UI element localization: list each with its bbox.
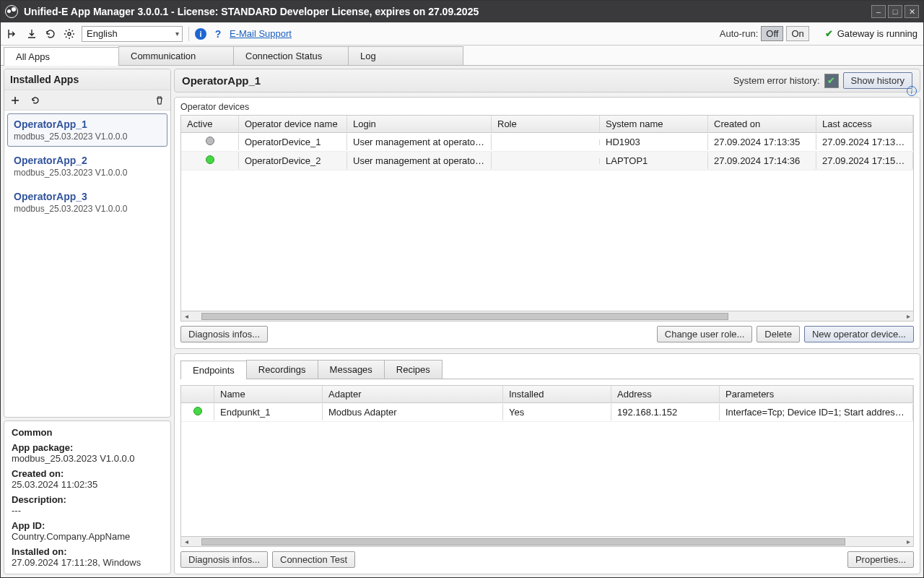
diagnosis-infos-button[interactable]: Diagnosis infos... bbox=[180, 326, 268, 342]
col-role[interactable]: Role bbox=[492, 116, 600, 132]
app-name: OperatorApp_2 bbox=[14, 155, 161, 166]
main-header: OperatorApp_1 System error history: ✔ Sh… bbox=[174, 69, 920, 92]
app-card[interactable]: OperatorApp_3 modbus_25.03.2023 V1.0.0.0 bbox=[7, 186, 167, 219]
status-dot-icon bbox=[206, 137, 214, 145]
table-row[interactable]: OperatorDevice_2 User management at oper… bbox=[181, 152, 913, 171]
common-heading: Common bbox=[12, 427, 163, 438]
col-device-name[interactable]: Operator device name bbox=[239, 116, 347, 132]
endpoint-diagnosis-button[interactable]: Diagnosis infos... bbox=[180, 551, 268, 568]
cell: 27.09.2024 17:13:35 bbox=[708, 134, 816, 150]
cell: 27.09.2024 17:13:35 bbox=[816, 134, 913, 150]
col-created[interactable]: Created on bbox=[708, 116, 816, 132]
check-icon: ✔ bbox=[825, 28, 833, 39]
autorun-off-button[interactable]: Off bbox=[761, 26, 783, 41]
gateway-status-text: Gateway is running bbox=[837, 28, 918, 39]
help-icon[interactable]: ? bbox=[212, 28, 224, 40]
value-app-id: Country.Company.AppName bbox=[12, 531, 163, 542]
subtab-recipes[interactable]: Recipes bbox=[384, 360, 443, 379]
connection-test-button[interactable]: Connection Test bbox=[272, 551, 355, 568]
app-card[interactable]: OperatorApp_1 modbus_25.03.2023 V1.0.0.0 bbox=[7, 113, 167, 147]
table-row[interactable]: Endpunkt_1 Modbus Adapter Yes 192.168.1.… bbox=[181, 403, 913, 422]
col-address[interactable]: Address bbox=[611, 386, 720, 402]
sub-tabstrip: Endpoints Recordings Messages Recipes bbox=[180, 360, 914, 379]
export-icon[interactable] bbox=[6, 27, 19, 40]
gear-icon[interactable] bbox=[63, 27, 76, 40]
cell: Modbus Adapter bbox=[323, 404, 503, 420]
info-icon[interactable]: i bbox=[195, 28, 206, 40]
app-sub: modbus_25.03.2023 V1.0.0.0 bbox=[14, 168, 161, 178]
cell: Interface=Tcp; Device ID=1; Start addres… bbox=[720, 404, 913, 420]
cell: Yes bbox=[503, 404, 611, 420]
col-login[interactable]: Login bbox=[347, 116, 492, 132]
installed-apps-heading: Installed Apps bbox=[4, 69, 170, 90]
horizontal-scrollbar[interactable]: ◂▸ bbox=[181, 536, 913, 546]
value-installed-on: 27.09.2024 17:11:28, Windows bbox=[12, 557, 163, 568]
col-adapter[interactable]: Adapter bbox=[323, 386, 503, 402]
delete-device-button[interactable]: Delete bbox=[757, 326, 800, 342]
subtab-endpoints[interactable]: Endpoints bbox=[180, 361, 247, 379]
cell bbox=[492, 158, 600, 164]
info-badge-icon[interactable]: i bbox=[907, 86, 917, 96]
cell: LAPTOP1 bbox=[600, 152, 708, 169]
tab-communication[interactable]: Communication bbox=[118, 46, 234, 65]
operator-devices-title: Operator devices bbox=[180, 102, 914, 112]
value-description: --- bbox=[12, 505, 163, 516]
email-support-link[interactable]: E-Mail Support bbox=[230, 28, 292, 39]
history-check-icon[interactable]: ✔ bbox=[824, 74, 839, 88]
cell: 192.168.1.152 bbox=[611, 404, 720, 420]
app-card[interactable]: OperatorApp_2 modbus_25.03.2023 V1.0.0.0 bbox=[7, 150, 167, 183]
window-title: Unified-E App Manager 3.0.0.1 - License:… bbox=[24, 6, 871, 17]
label-installed-on: Installed on: bbox=[12, 546, 163, 557]
add-app-icon[interactable] bbox=[9, 94, 22, 107]
col-status[interactable] bbox=[181, 386, 214, 402]
close-button[interactable]: ✕ bbox=[905, 5, 919, 18]
label-created-on: Created on: bbox=[12, 468, 163, 479]
app-name: OperatorApp_1 bbox=[14, 118, 161, 130]
reload-app-icon[interactable] bbox=[29, 94, 42, 107]
table-row[interactable]: OperatorDevice_1 User management at oper… bbox=[181, 133, 913, 152]
col-name[interactable]: Name bbox=[214, 386, 323, 402]
col-active[interactable]: Active bbox=[181, 116, 239, 132]
cell: User management at operator dev... bbox=[347, 152, 492, 169]
main-tabstrip: All Apps Communication Connection Status… bbox=[1, 46, 923, 66]
endpoints-grid: Name Adapter Installed Address Parameter… bbox=[180, 385, 914, 547]
autorun-label: Auto-run: bbox=[720, 28, 758, 39]
col-installed[interactable]: Installed bbox=[503, 386, 611, 402]
cell bbox=[492, 139, 600, 145]
change-user-role-button[interactable]: Change user role... bbox=[657, 326, 753, 342]
minimize-button[interactable]: – bbox=[871, 5, 886, 18]
new-operator-device-button[interactable]: New operator device... bbox=[804, 326, 914, 342]
cell: Endpunkt_1 bbox=[214, 404, 323, 420]
app-sub: modbus_25.03.2023 V1.0.0.0 bbox=[14, 204, 161, 214]
refresh-icon[interactable] bbox=[44, 27, 57, 40]
autorun-on-button[interactable]: On bbox=[786, 26, 808, 41]
subtab-recordings[interactable]: Recordings bbox=[246, 360, 318, 379]
cell: OperatorDevice_1 bbox=[239, 134, 347, 150]
col-system[interactable]: System name bbox=[600, 116, 708, 132]
app-logo-icon bbox=[5, 5, 18, 18]
tab-all-apps[interactable]: All Apps bbox=[4, 47, 119, 66]
value-app-package: modbus_25.03.2023 V1.0.0.0 bbox=[12, 453, 163, 464]
label-app-id: App ID: bbox=[12, 520, 163, 531]
cell: User management at operator dev... bbox=[347, 134, 492, 150]
subtab-messages[interactable]: Messages bbox=[318, 360, 385, 379]
tab-connection-status[interactable]: Connection Status bbox=[233, 46, 349, 65]
app-list: OperatorApp_1 modbus_25.03.2023 V1.0.0.0… bbox=[4, 111, 170, 417]
app-sub: modbus_25.03.2023 V1.0.0.0 bbox=[14, 131, 161, 142]
download-icon[interactable] bbox=[25, 27, 38, 40]
maximize-button[interactable]: □ bbox=[888, 5, 902, 18]
col-last-access[interactable]: Last access bbox=[816, 116, 913, 132]
status-dot-icon bbox=[193, 407, 202, 415]
language-value: English bbox=[87, 28, 118, 39]
delete-app-icon[interactable] bbox=[153, 94, 166, 107]
endpoint-properties-button[interactable]: Properties... bbox=[847, 551, 914, 568]
col-parameters[interactable]: Parameters bbox=[720, 386, 913, 402]
history-label: System error history: bbox=[733, 75, 820, 86]
show-history-button[interactable]: Show history bbox=[843, 72, 912, 89]
app-name: OperatorApp_3 bbox=[14, 191, 161, 202]
tab-log[interactable]: Log bbox=[348, 46, 463, 65]
horizontal-scrollbar[interactable]: ◂▸ bbox=[181, 311, 913, 321]
status-dot-icon bbox=[206, 155, 214, 164]
language-select[interactable]: English bbox=[82, 26, 183, 42]
titlebar: Unified-E App Manager 3.0.0.1 - License:… bbox=[1, 1, 923, 22]
